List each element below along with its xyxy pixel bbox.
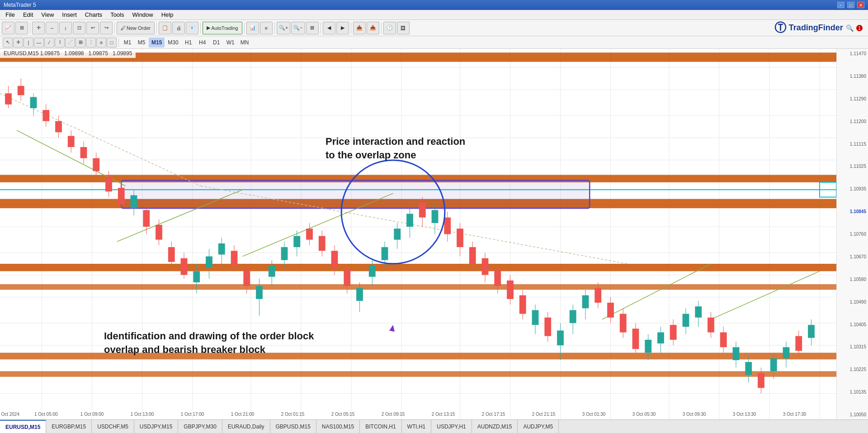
object-list-button[interactable]: ≡ bbox=[260, 22, 273, 34]
tf-d1[interactable]: D1 bbox=[210, 38, 223, 48]
symbol-tab-audjpy-m5[interactable]: AUDJPY,M5 bbox=[518, 420, 559, 433]
crosshair-button[interactable]: ✛ bbox=[32, 22, 45, 34]
clock-button[interactable]: 🕐 bbox=[383, 22, 396, 34]
chart-container[interactable]: EURUSD,M15 1.09875 1.09898 1.09875 1.098… bbox=[0, 49, 868, 419]
svg-rect-94 bbox=[394, 228, 401, 240]
price-label-13: 1.10405 bbox=[839, 322, 866, 327]
svg-text:1 Oct 13:00: 1 Oct 13:00 bbox=[131, 412, 154, 417]
svg-rect-130 bbox=[620, 314, 627, 333]
tf-h1[interactable]: H1 bbox=[182, 38, 195, 48]
zoom-plus-button[interactable]: 🔍+ bbox=[277, 22, 290, 34]
menu-charts[interactable]: Charts bbox=[81, 10, 106, 19]
menu-insert[interactable]: Insert bbox=[58, 10, 80, 19]
template-button[interactable]: ⊞ bbox=[15, 22, 28, 34]
svg-rect-54 bbox=[143, 210, 150, 227]
tf-m1[interactable]: M1 bbox=[121, 38, 134, 48]
svg-rect-64 bbox=[206, 257, 212, 268]
symbol-tab-gbpjpy-m30[interactable]: GBPJPY,M30 bbox=[178, 420, 222, 433]
symbol-tab-usdjpy-h1[interactable]: USDJPY,H1 bbox=[431, 420, 472, 433]
menu-help[interactable]: Help bbox=[158, 10, 177, 19]
redo-button[interactable]: ↪ bbox=[100, 22, 113, 34]
text-tool[interactable]: ≡ bbox=[96, 38, 106, 48]
symbol-tab-usdjpy-m15[interactable]: USDJPY,M15 bbox=[134, 420, 178, 433]
symbol-tabs: EURUSD,M15 EURGBP,M15 USDCHF,M5 USDJPY,M… bbox=[0, 419, 868, 433]
menu-window[interactable]: Window bbox=[128, 10, 156, 19]
trendline-tool[interactable]: ∕ bbox=[44, 38, 54, 48]
tf-m5[interactable]: M5 bbox=[135, 38, 148, 48]
symbol-tab-euraud-daily[interactable]: EURAUD,Daily bbox=[222, 420, 270, 433]
zoom-minus-button[interactable]: 🔍− bbox=[291, 22, 305, 34]
screenshot-button[interactable]: 🖼 bbox=[397, 22, 410, 34]
zoom-out-button[interactable]: ↕ bbox=[59, 22, 72, 34]
close-button[interactable]: ✕ bbox=[857, 2, 864, 8]
symbol-tab-usdchf-m5[interactable]: USDCHF,M5 bbox=[92, 420, 134, 433]
undo-button[interactable]: ↩ bbox=[86, 22, 99, 34]
nav-right-button[interactable]: ▶ bbox=[336, 22, 349, 34]
search-icon[interactable]: 🔍 bbox=[846, 24, 854, 32]
menu-view[interactable]: View bbox=[38, 10, 57, 19]
svg-rect-66 bbox=[218, 243, 225, 255]
sell-button[interactable]: 📥 bbox=[367, 22, 379, 34]
fibonacci-tool[interactable]: ⊞ bbox=[75, 38, 85, 48]
svg-rect-46 bbox=[93, 158, 99, 171]
tf-m15[interactable]: M15 bbox=[149, 38, 165, 48]
gann-tool[interactable]: ⋮ bbox=[86, 38, 96, 48]
indicator-button[interactable]: 📊 bbox=[246, 22, 259, 34]
hline-tool[interactable]: — bbox=[34, 38, 44, 48]
zoom-in-button[interactable]: ↔ bbox=[46, 22, 58, 34]
minimize-button[interactable]: − bbox=[837, 2, 844, 8]
svg-rect-76 bbox=[281, 247, 288, 260]
tf-h4[interactable]: H4 bbox=[196, 38, 209, 48]
shape-tool[interactable]: □ bbox=[107, 38, 117, 48]
svg-text:1 Oct 17:00: 1 Oct 17:00 bbox=[181, 412, 204, 417]
svg-rect-98 bbox=[419, 203, 426, 218]
svg-rect-34 bbox=[18, 86, 24, 95]
autotrading-button[interactable]: ▶ AutoTrading bbox=[203, 22, 242, 34]
tf-sep-1 bbox=[118, 38, 119, 47]
symbol-tab-audnzd-m15[interactable]: AUDNZD,M15 bbox=[472, 420, 518, 433]
svg-rect-158 bbox=[795, 336, 802, 351]
symbol-tab-gbpusd-m15[interactable]: GBPUSD,M15 bbox=[270, 420, 316, 433]
history-button[interactable]: 📋 bbox=[159, 22, 171, 34]
scroll-button[interactable]: ⊡ bbox=[73, 22, 85, 34]
maximize-button[interactable]: □ bbox=[847, 2, 854, 8]
svg-rect-122 bbox=[570, 310, 576, 323]
logo-text: TradingFinder bbox=[789, 23, 843, 33]
chart-svg[interactable]: 1 Oct 2024 1 Oct 05:00 1 Oct 09:00 1 Oct… bbox=[0, 49, 836, 419]
channel-tool[interactable]: ⌇ bbox=[55, 38, 65, 48]
toolbar: 📈 ⊞ ✛ ↔ ↕ ⊡ ↩ ↪ 🖊 New Order 📋 🖨 📧 ▶ Auto… bbox=[0, 20, 868, 36]
price-label-2: 1.11380 bbox=[839, 74, 866, 79]
toolbar-sep-2 bbox=[114, 23, 115, 33]
cursor-tool[interactable]: ↖ bbox=[3, 38, 13, 48]
svg-rect-114 bbox=[519, 295, 526, 314]
toolbar-sep-7 bbox=[321, 23, 321, 33]
tf-m30[interactable]: M30 bbox=[165, 38, 181, 48]
symbol-tab-wti-h1[interactable]: WTI,H1 bbox=[402, 420, 432, 433]
tf-mn[interactable]: MN bbox=[238, 38, 252, 48]
menu-tools[interactable]: Tools bbox=[107, 10, 127, 19]
buy-button[interactable]: 📤 bbox=[353, 22, 366, 34]
nav-left-button[interactable]: ◀ bbox=[323, 22, 335, 34]
menu-edit[interactable]: Edit bbox=[19, 10, 37, 19]
symbol-tab-bitcoin-h1[interactable]: BITCOIN,H1 bbox=[360, 420, 401, 433]
symbol-tab-nas100-m15[interactable]: NAS100,M15 bbox=[316, 420, 360, 433]
vline-tool[interactable]: | bbox=[24, 38, 33, 48]
logo-icon: Ⓣ bbox=[774, 20, 786, 36]
print-button[interactable]: 🖨 bbox=[172, 22, 185, 34]
pitchfork-tool[interactable]: ⋰ bbox=[65, 38, 75, 48]
svg-rect-44 bbox=[80, 147, 87, 158]
svg-rect-128 bbox=[607, 303, 614, 318]
symbol-tab-eurgbp-m15[interactable]: EURGBP,M15 bbox=[46, 420, 92, 433]
new-chart-button[interactable]: 📈 bbox=[2, 22, 14, 34]
email-button[interactable]: 📧 bbox=[186, 22, 198, 34]
chart-price-2 bbox=[61, 50, 62, 57]
svg-rect-42 bbox=[68, 136, 75, 147]
tf-w1[interactable]: W1 bbox=[224, 38, 237, 48]
price-label-8: 1.10845 bbox=[839, 209, 866, 214]
menu-file[interactable]: File bbox=[2, 10, 19, 19]
window-list-button[interactable]: ⊠ bbox=[306, 22, 319, 34]
symbol-tab-eurusd-m15[interactable]: EURUSD,M15 bbox=[0, 420, 46, 433]
svg-rect-112 bbox=[507, 281, 514, 299]
new-order-button[interactable]: 🖊 New Order bbox=[117, 22, 155, 34]
crosshair-tool[interactable]: ✛ bbox=[13, 38, 23, 48]
